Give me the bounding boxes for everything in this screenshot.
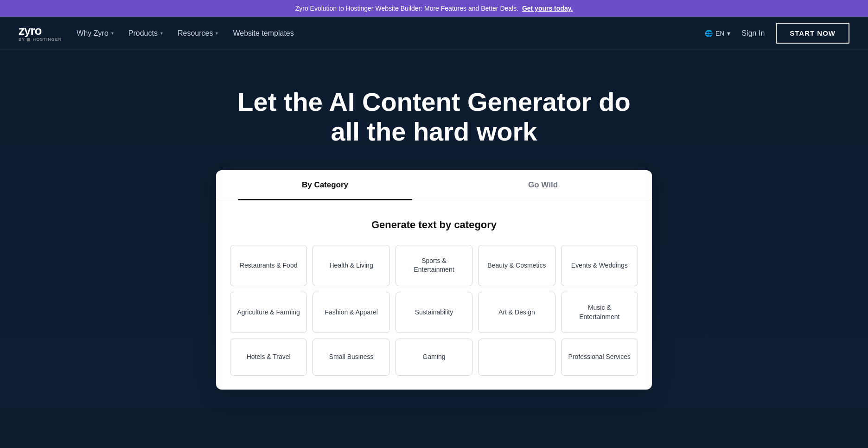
tab-go-wild[interactable]: Go Wild — [434, 170, 652, 200]
category-sports-entertainment[interactable]: Sports & Entertainment — [396, 245, 472, 286]
category-hotels-travel[interactable]: Hotels & Travel — [230, 339, 307, 376]
category-beauty-cosmetics[interactable]: Beauty & Cosmetics — [478, 245, 555, 286]
category-sustainability[interactable]: Sustainability — [396, 292, 472, 333]
logo[interactable]: zyro by ▩ hostinger — [19, 25, 62, 42]
chevron-down-icon: ▾ — [160, 31, 163, 36]
globe-icon: 🌐 — [705, 30, 713, 37]
banner-text: Zyro Evolution to Hostinger Website Buil… — [295, 5, 518, 12]
chevron-down-icon: ▾ — [216, 31, 218, 36]
logo-brand: zyro — [19, 25, 62, 37]
top-banner: Zyro Evolution to Hostinger Website Buil… — [0, 0, 868, 17]
category-health-living[interactable]: Health & Living — [313, 245, 389, 286]
nav-website-templates[interactable]: Website templates — [233, 29, 294, 38]
navbar-right: 🌐 EN ▾ Sign In START NOW — [705, 23, 849, 44]
navbar: zyro by ▩ hostinger Why Zyro ▾ Products … — [0, 17, 868, 50]
sign-in-link[interactable]: Sign In — [741, 29, 765, 38]
hero-section: Let the AI Content Generator do all the … — [0, 50, 868, 408]
category-small-business[interactable]: Small Business — [313, 339, 389, 376]
category-grid: Restaurants & Food Health & Living Sport… — [216, 245, 652, 376]
start-now-button[interactable]: START NOW — [776, 23, 849, 44]
language-selector[interactable]: 🌐 EN ▾ — [705, 30, 730, 37]
category-fashion-apparel[interactable]: Fashion & Apparel — [313, 292, 389, 333]
nav-resources[interactable]: Resources ▾ — [178, 27, 218, 39]
category-restaurants-food[interactable]: Restaurants & Food — [230, 245, 307, 286]
category-agriculture-farming[interactable]: Agriculture & Farming — [230, 292, 307, 333]
chevron-down-icon: ▾ — [111, 31, 114, 36]
tab-bar: By Category Go Wild — [216, 170, 652, 200]
category-empty — [478, 339, 555, 376]
nav-products[interactable]: Products ▾ — [128, 27, 163, 39]
tab-by-category[interactable]: By Category — [216, 170, 434, 200]
category-gaming[interactable]: Gaming — [396, 339, 472, 376]
hero-heading: Let the AI Content Generator do all the … — [225, 87, 643, 147]
category-events-weddings[interactable]: Events & Weddings — [561, 245, 638, 286]
logo-sub: by ▩ hostinger — [19, 38, 62, 42]
category-professional-services[interactable]: Professional Services — [561, 339, 638, 376]
generate-heading: Generate text by category — [216, 219, 652, 231]
banner-link[interactable]: Get yours today. — [522, 5, 573, 12]
chevron-down-icon: ▾ — [727, 30, 730, 37]
category-music-entertainment[interactable]: Music & Entertainment — [561, 292, 638, 333]
category-art-design[interactable]: Art & Design — [478, 292, 555, 333]
nav-why-zyro[interactable]: Why Zyro ▾ — [77, 27, 113, 39]
content-card: By Category Go Wild Generate text by cat… — [216, 170, 652, 390]
navbar-left: zyro by ▩ hostinger Why Zyro ▾ Products … — [19, 25, 294, 42]
